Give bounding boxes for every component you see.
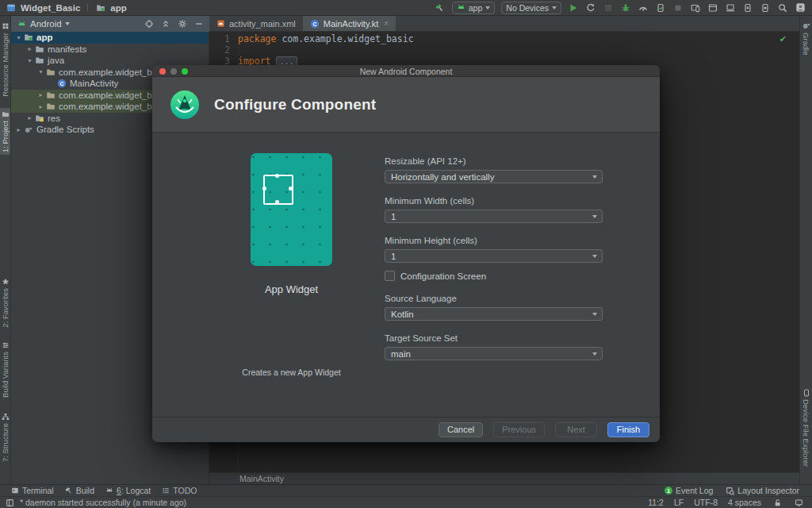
star-icon: [2, 278, 10, 286]
tool-window-switcher-icon[interactable]: [4, 497, 15, 508]
new-android-component-dialog: New Android Component Configure Componen…: [152, 65, 660, 442]
device-select[interactable]: No Devices: [501, 2, 561, 14]
resizable-label: Resizable (API 12+): [385, 156, 466, 166]
tool-window-tab-build-variants[interactable]: Build Variants: [0, 341, 10, 398]
tree-expand-icon[interactable]: ▸: [36, 103, 45, 110]
profile-avatar[interactable]: [795, 2, 806, 13]
cursor-position[interactable]: 11:2: [648, 498, 664, 507]
code-line[interactable]: 2: [209, 44, 799, 56]
collapse-all-icon[interactable]: [159, 18, 171, 30]
android-studio-logo: [170, 90, 200, 120]
tree-expand-icon[interactable]: ▾: [25, 57, 34, 64]
locate-file-icon[interactable]: [143, 18, 155, 30]
configuration-screen-row: Configuration Screen: [385, 271, 486, 281]
configuration-screen-label: Configuration Screen: [400, 271, 486, 281]
indent-setting[interactable]: 4 spaces: [728, 498, 761, 507]
configuration-screen-checkbox[interactable]: [385, 271, 395, 281]
logcat-window-icon[interactable]: [707, 2, 718, 13]
left-tool-window-bar: Resource Manager1: Project2: FavoritesBu…: [0, 16, 11, 484]
tool-window-tab-7-structure[interactable]: 7: Structure: [0, 413, 10, 462]
tool-window-tab-1-project[interactable]: 1: Project: [0, 108, 10, 155]
run-configuration-select[interactable]: app: [452, 2, 496, 14]
target-source-set-select[interactable]: main: [385, 347, 603, 360]
tab-activity-main-xml[interactable]: activity_main.xml: [209, 16, 303, 31]
xml-file-icon: [216, 19, 225, 28]
event-count-badge: 1: [665, 487, 672, 495]
package-icon: [45, 67, 56, 77]
gradle-icon: [802, 21, 811, 30]
run-icon[interactable]: [568, 2, 579, 13]
window-title-bar: Widget_Basic app appNo Devices: [0, 0, 812, 16]
hammer-gray-icon: [65, 487, 73, 495]
resizable-select[interactable]: Horizontally and vertically: [385, 170, 603, 183]
tree-expand-icon[interactable]: ▸: [25, 45, 34, 52]
previous-button[interactable]: Previous: [493, 422, 545, 437]
dialog-title-bar: New Android Component: [152, 65, 660, 77]
tool-window-button-layout-inspector[interactable]: Layout Inspector: [726, 486, 799, 495]
settings-gear-icon[interactable]: [176, 18, 188, 30]
tree-expand-icon[interactable]: ▸: [36, 91, 45, 98]
status-message[interactable]: * daemon started successfully (a minute …: [20, 498, 186, 507]
bottom-tool-window-bar: TerminalBuild6: LogcatTODO 1Event LogLay…: [0, 484, 812, 496]
code-line[interactable]: 1package com.example.widget_basic: [209, 33, 799, 44]
kotlin-class-icon: C: [310, 19, 320, 29]
notifications-icon[interactable]: [793, 497, 804, 508]
sdk-manager-icon[interactable]: [742, 2, 753, 13]
inspection-status-icon[interactable]: ✔: [779, 34, 787, 44]
tool-window-button-todo[interactable]: TODO: [162, 486, 197, 495]
attach-debugger-icon[interactable]: [655, 2, 666, 13]
divider: [87, 3, 88, 12]
kotlin-class-icon: C: [56, 79, 67, 88]
tree-expand-icon[interactable]: ▸: [14, 126, 23, 133]
tree-expand-icon[interactable]: ▸: [25, 114, 34, 121]
folder-icon: [34, 56, 45, 65]
tree-expand-icon[interactable]: ▾: [36, 68, 45, 75]
avd-manager-icon[interactable]: [760, 2, 771, 13]
component-description: Creates a new App Widget: [231, 368, 352, 377]
tool-window-tab-gradle[interactable]: Gradle: [800, 21, 812, 56]
chevron-down-icon: [65, 22, 70, 25]
finish-button[interactable]: Finish: [607, 422, 649, 437]
min-width-select[interactable]: 1: [385, 210, 603, 223]
line-separator[interactable]: LF: [674, 498, 684, 507]
chevron-down-icon: [552, 6, 557, 10]
min-height-select[interactable]: 1: [385, 249, 603, 263]
build-hammer-icon[interactable]: [435, 2, 446, 13]
apply-changes-icon[interactable]: [585, 2, 596, 13]
close-tab-icon[interactable]: ×: [384, 19, 389, 28]
search-everywhere-icon[interactable]: [777, 2, 788, 13]
stop-icon[interactable]: [672, 2, 684, 13]
next-button[interactable]: Next: [555, 422, 597, 437]
tool-window-tab-resource-manager[interactable]: Resource Manager: [0, 22, 10, 97]
tab-mainactivity-kt[interactable]: CMainActivity.kt×: [303, 16, 396, 31]
res-folder-icon: [34, 114, 45, 123]
apply-code-changes-icon[interactable]: [603, 2, 614, 13]
profiler-icon[interactable]: [638, 2, 649, 13]
tree-item-app[interactable]: ▾app: [11, 32, 209, 44]
device-manager-icon[interactable]: [690, 2, 701, 13]
dropdown-arrow-icon: [592, 175, 597, 179]
source-language-select[interactable]: Kotlin: [385, 307, 603, 321]
hide-panel-icon[interactable]: [193, 18, 205, 30]
module-folder-icon: [23, 33, 34, 42]
device-mirroring-icon[interactable]: [725, 2, 736, 13]
project-view-selector[interactable]: Android: [30, 19, 62, 29]
tool-window-button-6-logcat[interactable]: 6: Logcat: [105, 486, 151, 495]
tool-window-button-event-log[interactable]: 1Event Log: [665, 486, 713, 495]
breadcrumb-item[interactable]: MainActivity: [239, 474, 284, 483]
debug-icon[interactable]: [620, 2, 631, 13]
tree-item-manifests[interactable]: ▸manifests: [11, 44, 209, 56]
cancel-button[interactable]: Cancel: [439, 422, 483, 437]
file-encoding[interactable]: UTF-8: [694, 498, 718, 507]
lock-icon[interactable]: [772, 497, 783, 508]
tool-window-tab-2-favorites[interactable]: 2: Favorites: [0, 278, 10, 328]
editor-breadcrumb[interactable]: MainActivity: [209, 472, 799, 484]
tool-window-button-terminal[interactable]: Terminal: [11, 486, 54, 495]
svg-text:C: C: [312, 21, 316, 26]
project-window-icon: [6, 2, 17, 13]
tool-window-button-build[interactable]: Build: [65, 486, 94, 495]
tool-window-tab-device-file-explorer[interactable]: Device File Explorer: [800, 389, 812, 467]
tree-expand-icon[interactable]: ▾: [14, 34, 23, 41]
folder-icon: [34, 44, 45, 54]
window-project-name: Widget_Basic: [21, 3, 80, 13]
